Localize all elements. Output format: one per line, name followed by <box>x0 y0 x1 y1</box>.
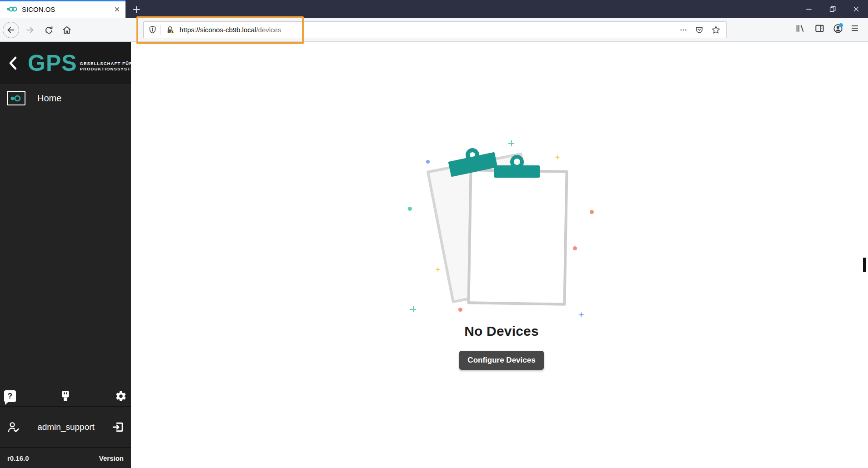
url-text: https://siconos-cb9b.local/devices <box>180 26 281 34</box>
configure-devices-button[interactable]: Configure Devices <box>459 351 543 370</box>
new-tab-button[interactable] <box>130 4 142 15</box>
account-notification-dot <box>839 23 843 27</box>
empty-state-title: No Devices <box>464 324 539 339</box>
confetti-dot-red-1 <box>590 210 594 214</box>
main-content: No Devices Configure Devices <box>131 42 868 468</box>
username-label: admin_support <box>20 422 111 432</box>
home-button[interactable] <box>59 22 75 38</box>
sidebar-toggle-icon[interactable] <box>814 23 825 34</box>
url-bar[interactable]: https://siconos-cb9b.local/devices <box>143 21 727 38</box>
sidebar-user-row: admin_support <box>0 407 131 447</box>
pocket-icon[interactable] <box>695 25 704 35</box>
url-host: https://siconos-cb9b.local <box>180 26 256 34</box>
back-button[interactable] <box>3 22 19 38</box>
empty-state: No Devices Configure Devices <box>404 134 599 370</box>
browser-tab-bar: SICON.OS <box>0 0 868 18</box>
clipboards-illustration <box>404 134 599 323</box>
close-window-icon[interactable] <box>844 0 868 18</box>
minimize-icon[interactable] <box>797 0 821 18</box>
gps-subtitle-line2: PRODUKTIONSSYSTEME <box>80 66 131 72</box>
app-sidebar: GPS GESELLSCHAFT FÜR PRODUKTIONSSYSTEME … <box>0 42 131 468</box>
restore-window-icon[interactable] <box>821 0 844 18</box>
sicon-home-logo-icon <box>7 91 25 105</box>
account-icon[interactable] <box>833 23 843 34</box>
logout-icon[interactable] <box>111 421 124 433</box>
confetti-plus-green-2 <box>410 306 416 312</box>
sidebar-icon-row: ? <box>0 386 131 406</box>
sidebar-item-home-label: Home <box>37 93 61 104</box>
text-cursor-mark <box>863 258 866 272</box>
gps-subtitle-line1: GESELLSCHAFT FÜR <box>80 61 131 66</box>
help-icon[interactable]: ? <box>4 390 16 402</box>
bookmark-star-icon[interactable] <box>711 25 721 35</box>
confetti-plus-green <box>508 140 514 146</box>
forward-button[interactable] <box>22 22 38 38</box>
confetti-sparkle-yellow <box>555 154 560 160</box>
sidebar-bottom: ? <box>0 386 131 468</box>
confetti-dot-red-2 <box>573 246 577 250</box>
confetti-dot-blue <box>426 160 430 164</box>
settings-gear-icon[interactable] <box>115 390 127 402</box>
reload-button[interactable] <box>40 22 57 38</box>
clipboard-front-clip <box>494 165 540 178</box>
gps-logo-text: GPS <box>28 52 77 75</box>
sidebar-version-row: r0.16.0 Version <box>0 447 131 468</box>
user-check-icon[interactable] <box>7 421 20 433</box>
tab-title: SICON.OS <box>22 5 113 13</box>
confetti-dot-green <box>408 207 412 211</box>
confetti-sparkle-blue <box>578 312 584 318</box>
hamburger-menu-icon[interactable] <box>850 23 860 33</box>
urlbar-divider <box>161 25 161 35</box>
sidebar-header: GPS GESELLSCHAFT FÜR PRODUKTIONSSYSTEME <box>0 42 131 84</box>
clipboard-front <box>467 169 568 306</box>
window-controls <box>797 0 868 18</box>
library-icon[interactable] <box>795 23 805 34</box>
confetti-dot-red-3 <box>458 308 462 312</box>
collapse-chevron-left-icon[interactable] <box>8 56 18 70</box>
insecure-lock-warning-icon[interactable] <box>165 25 176 35</box>
version-label: Version <box>99 454 124 462</box>
version-value: r0.16.0 <box>7 454 29 462</box>
browser-toolbar: https://siconos-cb9b.local/devices <box>0 18 868 42</box>
browser-tab[interactable]: SICON.OS <box>0 0 125 18</box>
sidebar-item-home[interactable]: Home <box>0 88 131 108</box>
page-actions-icon[interactable] <box>679 26 687 34</box>
close-tab-icon[interactable] <box>113 5 121 13</box>
usb-device-icon[interactable] <box>60 390 71 403</box>
tracking-shield-icon[interactable] <box>148 25 157 34</box>
confetti-sparkle-yellow-2 <box>435 267 441 272</box>
url-path: /devices <box>256 26 281 34</box>
sicon-favicon-icon <box>6 5 17 13</box>
gps-logo-subtitle: GESELLSCHAFT FÜR PRODUKTIONSSYSTEME <box>80 61 131 72</box>
